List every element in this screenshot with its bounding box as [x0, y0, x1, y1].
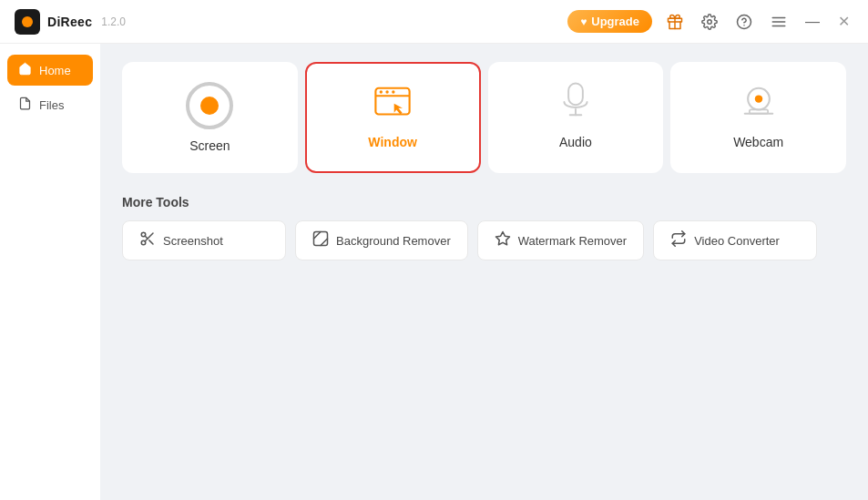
app-name: DiReec	[47, 15, 92, 29]
content-area: Screen Window	[100, 44, 868, 500]
screen-icon-inner	[200, 97, 219, 115]
tool-bg-remover[interactable]: Background Remover	[295, 220, 468, 260]
screen-card-label: Screen	[189, 138, 230, 153]
svg-point-17	[754, 95, 761, 102]
sidebar-files-label: Files	[39, 98, 64, 112]
screenshot-label: Screenshot	[163, 234, 223, 248]
bg-remover-icon	[312, 230, 329, 250]
record-card-screen[interactable]: Screen	[122, 62, 298, 173]
audio-card-label: Audio	[559, 135, 592, 149]
sidebar-item-files[interactable]: Files	[7, 89, 93, 120]
record-card-window[interactable]: Window	[305, 62, 481, 173]
window-icon	[373, 82, 413, 126]
more-tools-section: More Tools Screenshot	[122, 195, 846, 260]
home-icon	[18, 62, 32, 78]
app-version: 1.2.0	[101, 15, 126, 28]
upgrade-label: Upgrade	[591, 15, 639, 28]
app-icon-inner	[22, 16, 33, 27]
watermark-remover-label: Watermark Remover	[518, 234, 627, 248]
svg-rect-13	[568, 84, 583, 106]
help-icon[interactable]	[732, 10, 756, 34]
upgrade-button[interactable]: ♥ Upgrade	[567, 10, 652, 33]
scissors-icon	[139, 230, 156, 250]
svg-point-11	[386, 90, 389, 93]
titlebar-right: ♥ Upgrade	[567, 10, 853, 34]
tool-video-converter[interactable]: Video Converter	[653, 220, 817, 260]
svg-line-23	[149, 240, 153, 244]
tools-grid: Screenshot Background Remover	[122, 220, 846, 260]
settings-icon[interactable]	[698, 10, 721, 34]
record-card-audio[interactable]: Audio	[488, 62, 664, 173]
svg-rect-25	[314, 232, 328, 246]
convert-icon	[670, 230, 687, 250]
files-icon	[18, 97, 32, 113]
svg-point-2	[708, 19, 712, 24]
titlebar-left: DiReec 1.2.0	[15, 9, 126, 35]
svg-point-12	[392, 90, 394, 93]
watermark-icon	[495, 230, 511, 250]
menu-icon[interactable]	[767, 10, 791, 34]
more-tools-title: More Tools	[122, 195, 846, 209]
record-cards-row: Screen Window	[122, 62, 846, 173]
heart-icon: ♥	[580, 15, 587, 28]
main-layout: Home Files Screen	[0, 44, 868, 500]
svg-marker-26	[495, 232, 509, 245]
bg-remover-label: Background Remover	[336, 234, 451, 248]
video-converter-label: Video Converter	[694, 234, 780, 248]
gift-icon[interactable]	[663, 10, 687, 34]
sidebar-item-home[interactable]: Home	[7, 55, 93, 86]
screen-icon	[186, 82, 233, 129]
webcam-card-label: Webcam	[733, 135, 783, 149]
minimize-button[interactable]: —	[802, 12, 823, 32]
tool-screenshot[interactable]: Screenshot	[122, 220, 286, 260]
webcam-icon	[739, 82, 779, 126]
window-card-label: Window	[368, 135, 417, 149]
sidebar: Home Files	[0, 44, 100, 500]
svg-line-24	[145, 236, 148, 239]
tool-watermark-remover[interactable]: Watermark Remover	[477, 220, 644, 260]
titlebar: DiReec 1.2.0 ♥ Upgrade	[0, 0, 868, 44]
app-icon	[15, 9, 40, 35]
close-button[interactable]: ✕	[834, 11, 853, 32]
record-card-webcam[interactable]: Webcam	[670, 62, 846, 173]
svg-point-10	[380, 90, 383, 93]
sidebar-home-label: Home	[39, 64, 71, 77]
audio-icon	[556, 82, 596, 126]
